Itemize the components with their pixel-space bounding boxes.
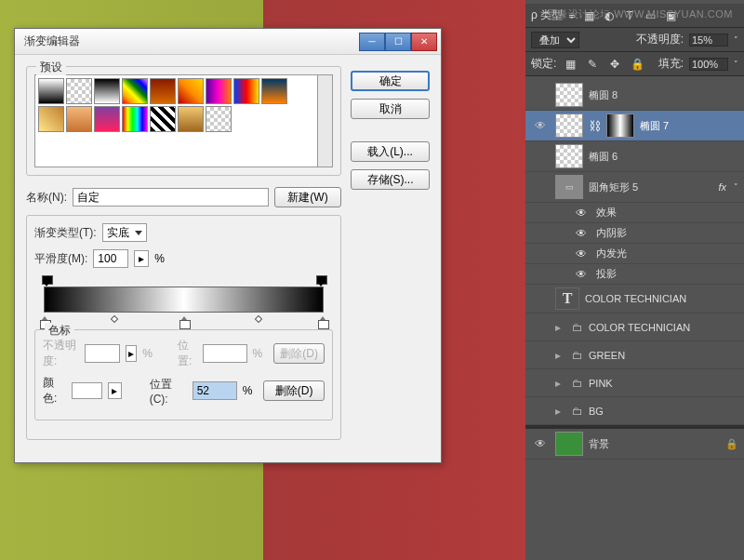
layer-thumbnail[interactable] — [555, 432, 583, 456]
color-picker-arrow[interactable]: ▸ — [108, 382, 122, 399]
group-toggle-icon[interactable]: ▸ — [555, 405, 566, 418]
lock-pixels-icon[interactable]: ✎ — [584, 57, 601, 72]
gradient-preview-bar[interactable] — [44, 287, 324, 313]
layer-name[interactable]: 背景 — [589, 437, 720, 451]
visibility-toggle[interactable]: 👁 — [572, 207, 591, 220]
smoothness-stepper[interactable]: ▸ — [134, 250, 149, 267]
layer-opacity-input[interactable] — [689, 33, 728, 47]
layer-name[interactable]: COLOR TECHNICIAN — [585, 293, 738, 304]
effects-row[interactable]: 👁效果 — [525, 203, 744, 223]
effect-label: 投影 — [596, 267, 738, 281]
preset-swatch[interactable] — [206, 78, 232, 104]
preset-swatch[interactable] — [178, 106, 204, 132]
preset-swatch[interactable] — [94, 78, 120, 104]
preset-swatch[interactable] — [206, 106, 232, 132]
layer-group-row[interactable]: ▸ 🗀 BG — [525, 397, 744, 425]
visibility-toggle[interactable]: 👁 — [572, 268, 591, 281]
smoothness-input[interactable] — [93, 249, 128, 268]
dialog-titlebar[interactable]: 渐变编辑器 ─ ☐ ✕ — [15, 29, 441, 55]
group-toggle-icon[interactable]: ▸ — [555, 349, 566, 362]
preset-swatch[interactable] — [150, 106, 176, 132]
midpoint-marker[interactable] — [111, 315, 118, 323]
layer-name[interactable]: PINK — [589, 378, 738, 389]
layer-thumbnail[interactable] — [555, 144, 583, 168]
fill-input[interactable] — [689, 58, 728, 71]
ok-button[interactable]: 确定 — [351, 71, 430, 91]
effect-inner-shadow[interactable]: 👁内阴影 — [525, 223, 744, 244]
layer-name[interactable]: 椭圆 8 — [589, 88, 738, 102]
visibility-toggle[interactable]: 👁 — [572, 247, 591, 260]
minimize-button[interactable]: ─ — [359, 33, 385, 51]
layer-group-row[interactable]: ▸ 🗀 PINK — [525, 369, 744, 397]
layer-row[interactable]: T COLOR TECHNICIAN — [525, 285, 744, 313]
shape-thumbnail[interactable]: ▭ — [555, 175, 583, 199]
color-swatch[interactable] — [72, 382, 102, 399]
preset-swatch[interactable] — [94, 106, 120, 132]
color-stop[interactable] — [179, 316, 189, 327]
name-input[interactable] — [73, 188, 269, 207]
lock-position-icon[interactable]: ✥ — [606, 57, 623, 72]
preset-swatch[interactable] — [150, 78, 176, 104]
fx-indicator[interactable]: fx — [718, 181, 726, 193]
group-toggle-icon[interactable]: ▸ — [555, 321, 566, 334]
visibility-toggle[interactable]: 👁 — [531, 437, 550, 450]
layer-name[interactable]: 椭圆 6 — [589, 150, 738, 164]
layer-group-row[interactable]: ▸ 🗀 GREEN — [525, 341, 744, 369]
preset-swatch[interactable] — [38, 106, 64, 132]
layer-row[interactable]: 椭圆 8 — [525, 80, 744, 111]
layer-thumbnail[interactable] — [555, 113, 583, 138]
visibility-toggle[interactable]: 👁 — [531, 119, 550, 132]
position-c-label: 位置(C): — [150, 377, 187, 406]
midpoint-marker[interactable] — [254, 315, 261, 323]
color-stop[interactable] — [318, 316, 327, 327]
visibility-toggle[interactable]: 👁 — [572, 227, 591, 240]
layer-row[interactable]: ▭ 圆角矩形 5 fx ˅ — [525, 172, 744, 203]
close-button[interactable]: ✕ — [411, 33, 437, 51]
name-label: 名称(N): — [26, 190, 67, 206]
layer-name[interactable]: COLOR TECHNICIAN — [589, 322, 738, 333]
presets-grid[interactable] — [34, 74, 318, 167]
effect-inner-glow[interactable]: 👁内发光 — [525, 244, 744, 264]
lock-transparency-icon[interactable]: ▦ — [562, 57, 578, 72]
preset-swatch[interactable] — [66, 78, 92, 104]
preset-swatch[interactable] — [66, 106, 92, 132]
maximize-button[interactable]: ☐ — [385, 33, 411, 51]
delete-color-stop-button[interactable]: 删除(D) — [263, 380, 325, 401]
layer-name[interactable]: 椭圆 7 — [640, 119, 738, 133]
link-mask-icon[interactable]: ⛓ — [589, 119, 601, 133]
gradient-type-dropdown[interactable]: 实底 — [102, 223, 147, 242]
group-toggle-icon[interactable]: ▸ — [555, 377, 566, 390]
preset-swatch[interactable] — [233, 78, 259, 104]
cancel-button[interactable]: 取消 — [351, 99, 430, 119]
layer-row[interactable]: 椭圆 6 — [525, 141, 744, 172]
layers-list[interactable]: 椭圆 8 👁 ⛓ 椭圆 7 椭圆 6 ▭ 圆角矩形 5 fx ˅ 👁效果 👁内阴… — [525, 76, 744, 463]
layer-group-row[interactable]: ▸ 🗀 COLOR TECHNICIAN — [525, 313, 744, 341]
blend-mode-select[interactable]: 叠加 — [531, 32, 579, 48]
chevron-icon[interactable]: ˅ — [734, 60, 738, 69]
effects-collapse-icon[interactable]: ˅ — [734, 182, 738, 192]
opacity-stop[interactable] — [42, 275, 51, 285]
effect-drop-shadow[interactable]: 👁投影 — [525, 264, 744, 285]
save-button[interactable]: 存储(S)... — [351, 169, 430, 190]
preset-swatch[interactable] — [261, 78, 287, 104]
mask-thumbnail[interactable] — [606, 113, 634, 138]
preset-swatch[interactable] — [122, 78, 148, 104]
new-button[interactable]: 新建(W) — [274, 187, 341, 207]
load-button[interactable]: 载入(L)... — [351, 141, 430, 162]
preset-swatch[interactable] — [38, 78, 64, 104]
layer-thumbnail[interactable] — [555, 83, 583, 107]
layer-name[interactable]: GREEN — [589, 350, 738, 361]
lock-all-icon[interactable]: 🔒 — [629, 57, 645, 72]
preset-swatch[interactable] — [178, 78, 204, 104]
preset-swatch[interactable] — [122, 106, 148, 132]
opacity-stop[interactable] — [316, 275, 326, 285]
chevron-icon[interactable]: ˅ — [734, 35, 738, 45]
gradient-bar-editor[interactable] — [34, 275, 333, 329]
layer-name[interactable]: BG — [589, 406, 738, 417]
color-position-input[interactable] — [193, 381, 237, 400]
presets-scrollbar[interactable] — [318, 74, 333, 167]
background-layer-row[interactable]: 👁 背景 🔒 — [525, 429, 744, 460]
opacity-stop-label: 不透明度: — [43, 338, 79, 369]
layer-row-selected[interactable]: 👁 ⛓ 椭圆 7 — [525, 111, 744, 141]
layer-name[interactable]: 圆角矩形 5 — [589, 180, 712, 194]
